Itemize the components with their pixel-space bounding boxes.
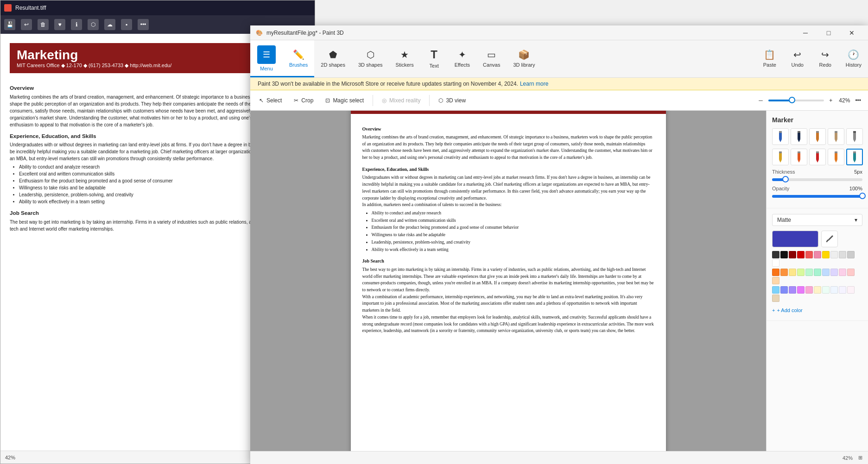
bg-tool-3[interactable]: 🗑 [38, 19, 49, 30]
thickness-label: Thickness [772, 169, 795, 175]
bg-tool-5[interactable]: ℹ [71, 19, 82, 30]
brush-grid-2 [772, 149, 862, 165]
color-rosewhite[interactable] [847, 286, 855, 294]
tab-canvas[interactable]: ▭ Canvas [476, 40, 507, 77]
undo-icon: ↩ [793, 49, 801, 60]
tab-stickers[interactable]: ★ Stickers [389, 40, 420, 77]
brush-red[interactable] [809, 149, 826, 165]
color-red[interactable] [797, 251, 805, 258]
color-violet[interactable] [789, 286, 796, 294]
brush-tan[interactable] [828, 128, 844, 145]
color-white[interactable] [772, 259, 779, 267]
color-swatch-main[interactable] [772, 231, 818, 247]
view3d-button[interactable]: ⬡ 3D view [433, 93, 471, 108]
tab-paste[interactable]: 📋 Paste [756, 40, 784, 77]
notification-link[interactable]: Learn more [520, 81, 548, 87]
color-rose[interactable] [847, 269, 855, 276]
p3d-toolbar: ↖ Select ✂ Crop ⊡ Magic select ◎ Mixed r… [250, 90, 868, 111]
color-sky[interactable] [772, 286, 779, 294]
brush-orange[interactable] [809, 128, 826, 145]
color-lavender[interactable] [839, 286, 846, 294]
add-color-label: + Add color [777, 307, 802, 313]
color-indigo[interactable] [780, 286, 788, 294]
overflow-button[interactable]: ••• [852, 93, 864, 108]
crop-button[interactable]: ✂ Crop [289, 93, 318, 108]
bg-tool-4[interactable]: ♥ [54, 19, 65, 30]
tab-text[interactable]: T Text [420, 40, 448, 77]
bg-tool-6[interactable]: ⬡ [88, 19, 99, 30]
color-peach[interactable] [772, 277, 779, 284]
select-button[interactable]: ↖ Select [254, 93, 287, 108]
brush-blue-pencil[interactable] [772, 128, 789, 145]
thickness-thumb [782, 176, 789, 182]
mixed-reality-button[interactable]: ◎ Mixed reality [377, 93, 425, 108]
color-light3[interactable] [847, 251, 855, 258]
paste-icon: 📋 [764, 49, 775, 60]
matte-dropdown[interactable]: Matte ▾ [772, 214, 862, 226]
color-blue[interactable] [822, 269, 830, 276]
bg-tool-1[interactable]: 💾 [4, 19, 15, 30]
p3d-panel: Marker [766, 111, 868, 451]
color-mint[interactable] [822, 286, 830, 294]
opacity-slider[interactable] [772, 195, 862, 198]
color-lightblue[interactable] [830, 286, 838, 294]
color-teal[interactable] [814, 269, 821, 276]
color-pink[interactable] [839, 269, 846, 276]
svg-marker-1 [779, 139, 782, 142]
minimize-button[interactable]: ─ [795, 25, 816, 40]
tab-3dshapes[interactable]: ⬡ 3D shapes [352, 40, 389, 77]
color-purple[interactable] [830, 269, 838, 276]
color-nude[interactable] [772, 295, 779, 302]
bg-tool-cloud[interactable]: ☁ [104, 19, 115, 30]
brush-orange2[interactable] [791, 149, 807, 165]
tab-menu[interactable]: ☰ Menu [250, 40, 283, 77]
color-light1[interactable] [830, 251, 838, 258]
experience-additional: In addition, marketers need a combinatio… [362, 201, 654, 208]
thickness-slider[interactable] [772, 178, 862, 181]
bg-tool-more[interactable]: ••• [138, 19, 149, 30]
color-green[interactable] [805, 269, 813, 276]
color-lime[interactable] [797, 269, 805, 276]
bg-tool-2[interactable]: ↩ [21, 19, 32, 30]
tab-history[interactable]: 🕐 History [839, 40, 868, 77]
brush-yellow[interactable] [772, 149, 789, 165]
bg-tool-extra[interactable]: ▪ [121, 19, 132, 30]
add-color-button[interactable]: + + Add color [772, 306, 862, 315]
magic-select-button[interactable]: ⊡ Magic select [320, 93, 369, 108]
tab-2dshapes[interactable]: ⬟ 2D shapes [314, 40, 352, 77]
svg-marker-4 [798, 139, 800, 142]
tab-undo[interactable]: ↩ Undo [784, 40, 811, 77]
color-yellow[interactable] [822, 251, 830, 258]
tab-undo-label: Undo [792, 62, 804, 68]
color-light2[interactable] [839, 251, 846, 258]
opacity-fill [772, 195, 862, 198]
tab-effects[interactable]: ✦ Effects [448, 40, 476, 77]
tab-3dlibrary[interactable]: 📦 3D library [507, 40, 541, 77]
p3d-canvas[interactable]: Marketing MIT Careers Office ◆ 12-170 ◆ … [250, 111, 766, 451]
brush-orange3[interactable] [828, 149, 844, 165]
color-black[interactable] [772, 251, 779, 258]
brush-teal[interactable] [846, 149, 863, 165]
zoom-minus-button[interactable]: ─ [755, 93, 767, 108]
zoom-slider[interactable] [768, 100, 824, 101]
color-orange-red[interactable] [805, 251, 813, 258]
color-orange2[interactable] [772, 269, 779, 276]
svg-rect-26 [835, 151, 837, 153]
maximize-button[interactable]: □ [818, 25, 839, 40]
tab-brushes[interactable]: ✏️ Brushes [283, 40, 314, 77]
svg-rect-29 [853, 151, 856, 153]
close-button[interactable]: ✕ [841, 25, 862, 40]
color-amber[interactable] [780, 269, 788, 276]
color-fuchsia[interactable] [797, 286, 805, 294]
color-orange[interactable] [814, 251, 821, 258]
color-yellow2[interactable] [789, 269, 796, 276]
brush-dark-pen[interactable] [791, 128, 807, 145]
color-warmwhite[interactable] [814, 286, 821, 294]
color-black2[interactable] [780, 251, 788, 258]
eyedropper-button[interactable] [821, 231, 838, 247]
color-pink2[interactable] [805, 286, 813, 294]
zoom-plus-button[interactable]: + [826, 93, 837, 108]
brush-gray-pen[interactable] [846, 128, 863, 145]
tab-redo[interactable]: ↪ Redo [811, 40, 839, 77]
color-darkred[interactable] [789, 251, 796, 258]
